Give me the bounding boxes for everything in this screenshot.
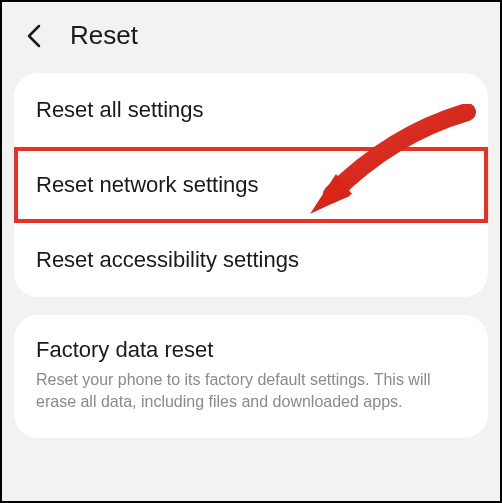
page-title: Reset (70, 20, 138, 51)
factory-data-reset[interactable]: Factory data reset Reset your phone to i… (14, 315, 488, 438)
settings-card: Reset all settings Reset network setting… (14, 73, 488, 297)
factory-title: Factory data reset (36, 337, 466, 363)
back-icon[interactable] (22, 24, 46, 48)
reset-network-settings[interactable]: Reset network settings (14, 148, 488, 222)
list-item-label: Reset network settings (36, 172, 259, 197)
reset-all-settings[interactable]: Reset all settings (14, 73, 488, 147)
factory-card: Factory data reset Reset your phone to i… (14, 315, 488, 438)
reset-accessibility-settings[interactable]: Reset accessibility settings (14, 223, 488, 297)
list-item-label: Reset all settings (36, 97, 204, 122)
list-item-label: Reset accessibility settings (36, 247, 299, 272)
factory-description: Reset your phone to its factory default … (36, 369, 466, 414)
header: Reset (2, 2, 500, 73)
